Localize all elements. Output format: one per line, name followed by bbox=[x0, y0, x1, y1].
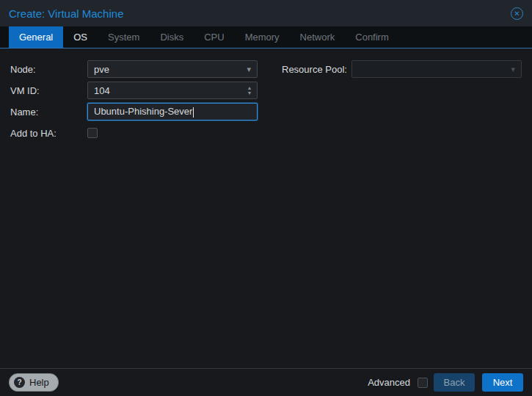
vmid-value: 104 bbox=[94, 85, 244, 96]
name-text: Ubuntu-Phishing-Sever bbox=[94, 106, 192, 117]
next-button[interactable]: Next bbox=[482, 373, 523, 392]
tab-system[interactable]: System bbox=[98, 26, 150, 48]
vmid-spinner[interactable]: ▴ ▾ bbox=[244, 85, 251, 96]
tab-memory[interactable]: Memory bbox=[235, 26, 290, 48]
chevron-down-icon[interactable]: ▾ bbox=[242, 65, 251, 73]
dialog-titlebar: Create: Virtual Machine ✕ bbox=[0, 0, 532, 26]
name-row: Name: Ubuntu-Phishing-Sever bbox=[10, 103, 272, 120]
form-left-column: Node: pve ▾ VM ID: 104 ▴ ▾ Name: bbox=[10, 60, 272, 368]
help-icon: ? bbox=[14, 377, 25, 388]
dialog-title: Create: Virtual Machine bbox=[9, 7, 123, 20]
vmid-stepper[interactable]: 104 ▴ ▾ bbox=[87, 82, 258, 99]
resource-pool-label: Resource Pool: bbox=[282, 64, 351, 75]
tab-network[interactable]: Network bbox=[290, 26, 346, 48]
name-input[interactable]: Ubuntu-Phishing-Sever bbox=[87, 103, 258, 120]
general-form: Node: pve ▾ VM ID: 104 ▴ ▾ Name: bbox=[0, 48, 532, 368]
create-vm-dialog: Create: Virtual Machine ✕ General OS Sys… bbox=[0, 0, 532, 396]
wizard-tabbar: General OS System Disks CPU Memory Netwo… bbox=[0, 26, 532, 48]
help-button[interactable]: ? Help bbox=[9, 373, 59, 392]
node-row: Node: pve ▾ bbox=[10, 60, 272, 78]
tab-confirm[interactable]: Confirm bbox=[345, 26, 399, 48]
text-caret bbox=[193, 107, 194, 118]
node-label: Node: bbox=[10, 64, 87, 75]
form-right-column: Resource Pool: ▾ bbox=[272, 60, 522, 368]
ha-row: Add to HA: bbox=[10, 124, 272, 142]
vmid-label: VM ID: bbox=[10, 85, 87, 96]
dialog-footer: ? Help Advanced Back Next bbox=[0, 368, 532, 396]
help-button-label: Help bbox=[29, 377, 49, 388]
tab-disks[interactable]: Disks bbox=[150, 26, 194, 48]
add-to-ha-checkbox[interactable] bbox=[87, 128, 98, 138]
tab-cpu[interactable]: CPU bbox=[194, 26, 234, 48]
resource-pool-select: ▾ bbox=[351, 60, 522, 78]
close-icon[interactable]: ✕ bbox=[511, 7, 523, 20]
advanced-checkbox[interactable] bbox=[418, 378, 428, 388]
name-label: Name: bbox=[10, 107, 87, 118]
tab-general[interactable]: General bbox=[9, 26, 63, 48]
tab-os[interactable]: OS bbox=[63, 26, 98, 48]
node-select[interactable]: pve ▾ bbox=[87, 60, 258, 78]
resource-pool-row: Resource Pool: ▾ bbox=[282, 60, 522, 78]
chevron-down-icon: ▾ bbox=[506, 65, 515, 73]
name-value: Ubuntu-Phishing-Sever bbox=[94, 106, 251, 118]
node-value: pve bbox=[94, 64, 242, 75]
advanced-label: Advanced bbox=[368, 377, 410, 388]
spinner-down-icon[interactable]: ▾ bbox=[248, 90, 251, 96]
ha-label: Add to HA: bbox=[10, 128, 87, 139]
back-button[interactable]: Back bbox=[434, 373, 475, 392]
vmid-row: VM ID: 104 ▴ ▾ bbox=[10, 82, 272, 99]
